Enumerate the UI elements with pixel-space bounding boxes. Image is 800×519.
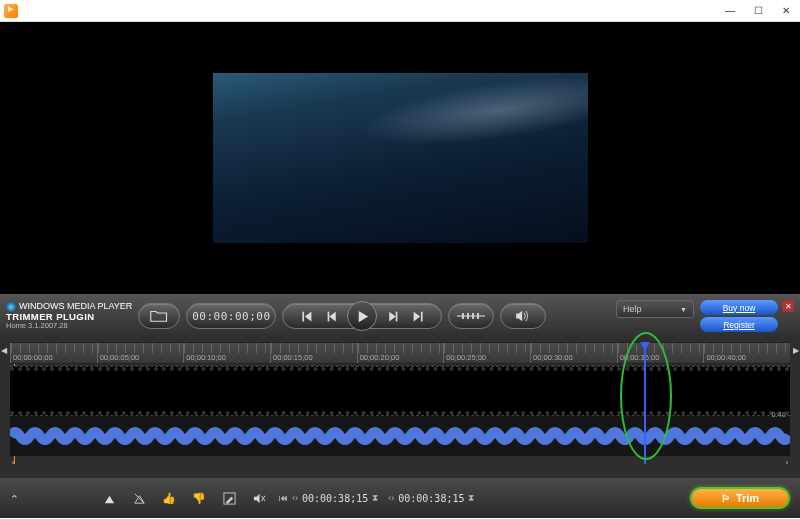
help-dropdown[interactable]: Help▼ — [616, 300, 694, 318]
svg-rect-0 — [327, 311, 329, 321]
time-ruler[interactable]: 00;00:00;00 00;00:05;00 00;00:10;00 00;0… — [10, 342, 790, 364]
ruler-tick: 00;00:35;00 — [617, 343, 704, 363]
svg-rect-4 — [467, 313, 469, 319]
edit-button[interactable] — [219, 489, 239, 507]
svg-rect-6 — [477, 313, 479, 319]
time-display: 00:00:00;00 — [186, 303, 276, 329]
svg-rect-1 — [396, 311, 398, 321]
trim-in-icon: ⏮ — [279, 493, 288, 503]
ruler-tick: 00;00:10;00 — [183, 343, 270, 363]
trim-out-time: 00:00:38;15 — [398, 493, 464, 504]
flag-icon: 🏳 — [721, 493, 731, 504]
thumbs-up-button[interactable]: 👍 — [159, 489, 179, 507]
step-forward-button[interactable] — [381, 305, 403, 327]
bottom-toolbar: ⌄ 👍 👎 ⏮ ‹› 00:00:38;15 ⧗ ‹› 00:00:38;15 … — [0, 478, 800, 518]
skip-end-button[interactable] — [407, 305, 429, 327]
zoom-slider-button[interactable] — [448, 303, 494, 329]
app-icon — [4, 4, 18, 18]
ruler-tick: 00;00:40;00 — [703, 343, 790, 363]
timeline-scrollbar[interactable]: ‹› — [10, 456, 790, 468]
scroll-right-icon[interactable]: › — [786, 459, 788, 466]
play-button[interactable] — [347, 301, 377, 331]
ruler-tick: 00;00:15;00 — [270, 343, 357, 363]
ruler-scroll-right[interactable]: ▶ — [793, 346, 799, 355]
ruler-tick: 00;00:05;00 — [97, 343, 184, 363]
waveform — [10, 425, 790, 447]
svg-rect-3 — [462, 313, 464, 319]
playhead[interactable] — [644, 342, 646, 464]
register-button[interactable]: Register — [700, 317, 778, 332]
chevron-down-icon: ▼ — [680, 306, 687, 313]
step-icon[interactable]: ‹› — [292, 493, 298, 503]
volume-button[interactable] — [500, 303, 546, 329]
window-maximize-button[interactable]: ☐ — [744, 1, 772, 21]
brand-block: WINDOWS MEDIA PLAYER TRIMMER PLUGIN Home… — [6, 302, 132, 331]
audio-track[interactable] — [10, 416, 790, 456]
window-minimize-button[interactable]: — — [716, 1, 744, 21]
skip-start-button[interactable] — [295, 305, 317, 327]
svg-rect-2 — [457, 315, 485, 317]
video-track[interactable] — [10, 366, 790, 416]
hourglass-icon: ⧗ — [468, 493, 474, 504]
step-icon[interactable]: ‹› — [388, 493, 394, 503]
hourglass-icon: ⧗ — [372, 493, 378, 504]
ruler-tick: 00;00:20;00 — [357, 343, 444, 363]
ruler-tick: 00;00:30;00 — [530, 343, 617, 363]
trim-in-time: 00:00:38;15 — [302, 493, 368, 504]
panel-close-button[interactable]: ✕ — [782, 300, 794, 312]
thumbs-down-button[interactable]: 👎 — [189, 489, 209, 507]
trim-button[interactable]: 🏳 Trim — [690, 487, 790, 509]
film-strip-icon — [10, 367, 790, 415]
ruler-tick: 00;00:25;00 — [443, 343, 530, 363]
ruler-tick: 00;00:00;00 — [10, 343, 97, 363]
step-back-button[interactable] — [321, 305, 343, 327]
folder-icon — [150, 309, 168, 323]
control-bar: WINDOWS MEDIA PLAYER TRIMMER PLUGIN Home… — [0, 294, 800, 338]
open-file-button[interactable] — [138, 303, 180, 329]
brand-version: Home 3.1.2007.28 — [6, 322, 132, 330]
collapse-toggle[interactable]: ⌄ — [10, 492, 19, 505]
mark-in-button[interactable] — [99, 489, 119, 507]
window-close-button[interactable]: ✕ — [772, 1, 800, 21]
timeline-panel: ◀ ▶ 00;00:00;00 00;00:05;00 00;00:10;00 … — [0, 338, 800, 478]
video-viewport — [0, 22, 800, 294]
mark-out-button[interactable] — [129, 489, 149, 507]
mute-button[interactable] — [249, 489, 269, 507]
buy-now-button[interactable]: Buy now — [700, 300, 778, 315]
svg-rect-5 — [472, 313, 474, 319]
help-label: Help — [623, 304, 642, 314]
trim-out-group: ‹› 00:00:38;15 ⧗ — [388, 493, 474, 504]
trim-button-label: Trim — [736, 492, 759, 504]
transport-controls — [282, 303, 442, 329]
video-frame — [213, 73, 588, 243]
trim-in-group: ⏮ ‹› 00:00:38;15 ⧗ — [279, 493, 378, 504]
ruler-scroll-left[interactable]: ◀ — [1, 346, 7, 355]
clip-duration-label: 0:46 — [771, 410, 786, 419]
